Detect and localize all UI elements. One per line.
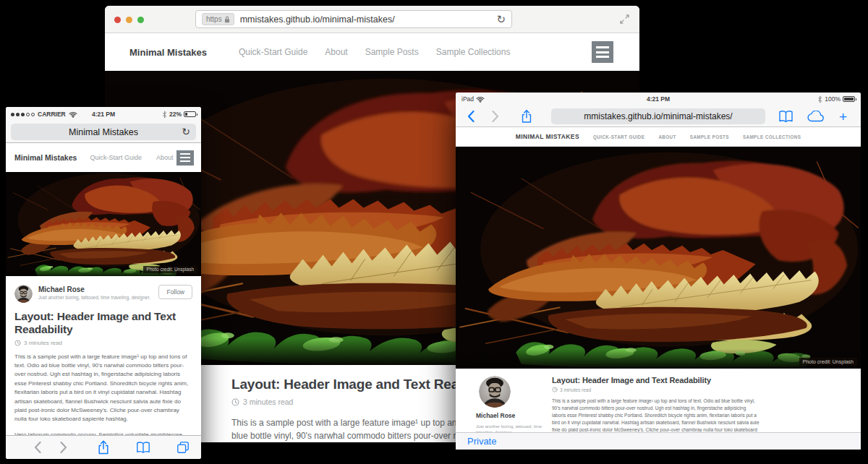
battery-percent: 100% [825, 95, 841, 103]
hamburger-menu-button[interactable] [592, 41, 613, 63]
address-bar[interactable]: https mmistakes.github.io/minimal-mistak… [195, 10, 512, 28]
avatar [14, 285, 33, 303]
author-bio: Just another boring, tattooed, time trav… [476, 424, 545, 432]
battery-icon [184, 111, 196, 117]
icloud-tabs-icon[interactable] [807, 111, 825, 122]
site-masthead: MINIMAL MISTAKES QUICK-START GUIDE ABOUT… [456, 127, 861, 147]
author-row: Michael Rose Just another boring, tattoo… [14, 285, 192, 303]
page-title: Minimal Mistakes [69, 127, 138, 137]
iphone-url-bar: Minimal Mistakes ↻ [6, 121, 201, 143]
reload-button[interactable]: ↻ [496, 14, 506, 25]
post-body: This is a sample post with a large featu… [552, 398, 760, 432]
iphone-status-bar: 4:21 PM CARRIER 22% [6, 107, 201, 121]
post-meta: 3 minutes read [14, 340, 192, 346]
address-field[interactable]: Minimal Mistakes ↻ [11, 124, 196, 140]
nav-link-quick-start-guide[interactable]: QUICK-START GUIDE [593, 134, 644, 139]
url-text: mmistakes.github.io/minimal-mistakes/ [240, 14, 491, 25]
lock-icon [224, 16, 230, 23]
nav-link-quick-start-guide[interactable]: Quick-Start Guide [239, 47, 307, 57]
read-time: 3 minutes read [560, 387, 591, 392]
feature-image: Photo credit: Unsplash [6, 172, 201, 276]
nav-link-sample-posts[interactable]: Sample Posts [365, 47, 419, 57]
forward-button[interactable] [492, 110, 499, 122]
status-time: 4:21 PM [456, 95, 861, 103]
close-window-button[interactable] [114, 17, 121, 23]
window-controls [114, 17, 144, 23]
bluetooth-icon [817, 95, 822, 103]
device-mockup-scene: https mmistakes.github.io/minimal-mistak… [0, 0, 868, 464]
author-name: Michael Rose [38, 285, 150, 294]
photo-credit: Photo credit: Unsplash [799, 358, 857, 366]
browser-chrome-bar: https mmistakes.github.io/minimal-mistak… [105, 6, 639, 33]
read-time: 3 minutes read [243, 398, 293, 406]
back-button[interactable] [467, 110, 475, 122]
nav-link-about[interactable]: About [156, 154, 174, 161]
fullscreen-icon[interactable] [620, 14, 629, 27]
avatar [479, 376, 511, 408]
url-text: mmistakes.github.io/minimal-mistakes/ [584, 111, 732, 121]
ipad-mockup: 4:21 PM iPad 100% mmistakes.github.io/mi… [456, 93, 861, 464]
address-field[interactable]: mmistakes.github.io/minimal-mistakes/ [551, 108, 765, 124]
follow-button[interactable]: Follow [158, 285, 192, 299]
feature-image: Photo credit: Unsplash [456, 147, 861, 369]
photo-credit: Photo credit: Unsplash [143, 266, 197, 274]
site-brand-link[interactable]: Minimal Mistakes [129, 47, 207, 58]
battery-icon [843, 96, 855, 102]
nav-link-sample-collections[interactable]: SAMPLE COLLECTIONS [743, 134, 801, 139]
post-article: Michael Rose Just another boring, tattoo… [6, 276, 201, 439]
minimize-window-button[interactable] [126, 17, 132, 23]
hamburger-menu-button[interactable] [176, 150, 194, 166]
site-masthead: Minimal Mistakes Quick-Start Guide About… [105, 33, 639, 71]
post-title: Layout: Header Image and Text Readabilit… [14, 310, 192, 337]
battery-percent: 22% [169, 111, 182, 118]
clock-icon [14, 340, 21, 346]
nav-link-about[interactable]: ABOUT [658, 134, 676, 139]
read-time: 3 minutes read [24, 340, 62, 346]
tabs-icon[interactable] [176, 441, 190, 454]
bluetooth-icon [162, 111, 167, 119]
author-name: Michael Rose [476, 412, 515, 419]
reload-button[interactable]: ↻ [182, 126, 190, 138]
clock-icon [231, 398, 239, 406]
share-icon[interactable] [521, 109, 532, 123]
post-meta: 3 minutes read [552, 387, 760, 392]
site-masthead: Minimal Mistakes Quick-Start Guide About [6, 143, 201, 172]
share-icon[interactable] [98, 440, 110, 455]
bookmarks-icon[interactable] [778, 110, 793, 122]
nav-link-sample-collections[interactable]: Sample Collections [436, 47, 511, 57]
ipad-status-bar: 4:21 PM iPad 100% [456, 93, 861, 106]
https-badge: https [202, 13, 234, 25]
nav-link-sample-posts[interactable]: SAMPLE POSTS [690, 134, 729, 139]
zoom-window-button[interactable] [137, 17, 144, 23]
nav-link-about[interactable]: About [325, 47, 347, 57]
site-brand-link[interactable]: MINIMAL MISTAKES [516, 133, 579, 140]
safari-toolbar: mmistakes.github.io/minimal-mistakes/ + [456, 106, 861, 127]
nav-link-quick-start-guide[interactable]: Quick-Start Guide [90, 154, 142, 161]
back-button[interactable] [34, 442, 41, 454]
site-brand-link[interactable]: Minimal Mistakes [14, 153, 77, 162]
bookmarks-icon[interactable] [136, 442, 150, 454]
private-toggle[interactable]: Private [467, 436, 496, 447]
post-article: Michael Rose Just another boring, tattoo… [456, 369, 861, 432]
iphone-mockup: 4:21 PM CARRIER 22% Minimal Mistakes ↻ M… [6, 107, 201, 459]
private-browsing-bar: Private [456, 432, 861, 450]
safari-bottom-toolbar [6, 435, 201, 459]
forward-button[interactable] [60, 442, 67, 454]
https-label: https [206, 14, 222, 24]
new-tab-button[interactable]: + [839, 109, 847, 123]
post-body-paragraph-1: This is a sample post with a large featu… [14, 353, 192, 424]
post-title: Layout: Header Image and Text Readabilit… [552, 376, 760, 384]
author-bio: Just another boring, tattooed, time trav… [38, 295, 150, 300]
clock-icon [552, 387, 558, 392]
